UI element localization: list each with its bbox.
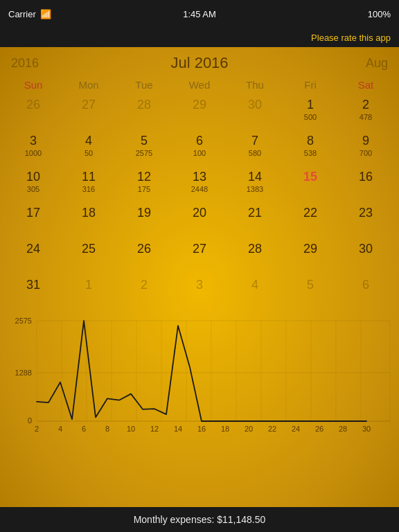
prev-month-label[interactable]: 2016 xyxy=(11,56,39,71)
calendar-cell[interactable]: 17 xyxy=(6,203,61,239)
day-number: 29 xyxy=(193,97,206,113)
expense-chart: 2575 1288 0 2 4 6 8 xyxy=(6,314,393,438)
day-header-tue: Tue xyxy=(116,76,172,94)
day-number: 18 xyxy=(82,205,96,221)
day-number: 26 xyxy=(26,97,40,113)
day-number: 27 xyxy=(82,97,96,113)
day-number: 23 xyxy=(359,205,373,221)
calendar-cell[interactable]: 30 xyxy=(338,239,393,275)
day-number: 22 xyxy=(303,205,317,221)
day-amount: 2448 xyxy=(191,185,208,194)
day-number: 8 xyxy=(307,133,314,149)
day-number: 3 xyxy=(196,277,203,293)
day-number: 30 xyxy=(248,97,262,113)
day-header-sun: Sun xyxy=(6,76,61,94)
calendar-cell[interactable]: 21 xyxy=(227,203,283,239)
calendar-cell[interactable]: 31 xyxy=(6,275,61,311)
calendar-cell[interactable]: 52575 xyxy=(116,131,172,167)
day-number: 6 xyxy=(196,133,203,149)
day-number: 9 xyxy=(362,133,369,149)
day-number: 17 xyxy=(26,205,40,221)
calendar-cell[interactable]: 9700 xyxy=(338,131,393,167)
calendar-cell[interactable]: 132448 xyxy=(172,167,227,203)
day-header-fri: Fri xyxy=(283,76,338,94)
calendar-cell[interactable]: 1500 xyxy=(283,95,338,131)
svg-text:12: 12 xyxy=(150,425,159,433)
day-number: 21 xyxy=(248,205,262,221)
calendar-cell[interactable]: 23 xyxy=(338,203,393,239)
calendar-cell[interactable]: 20 xyxy=(172,203,227,239)
calendar-cell[interactable]: 2478 xyxy=(338,95,393,131)
calendar-cell[interactable]: 7580 xyxy=(227,131,283,167)
calendar-cell[interactable]: 28 xyxy=(227,239,283,275)
calendar-cell[interactable]: 2 xyxy=(116,275,172,311)
svg-text:20: 20 xyxy=(245,425,253,433)
day-number: 31 xyxy=(26,277,40,293)
svg-text:10: 10 xyxy=(127,425,135,433)
calendar-cell[interactable]: 8538 xyxy=(283,131,338,167)
calendar-cell[interactable]: 25 xyxy=(61,239,116,275)
svg-text:28: 28 xyxy=(339,425,347,433)
calendar-cell[interactable]: 31000 xyxy=(6,131,61,167)
calendar-cell[interactable]: 1 xyxy=(61,275,116,311)
day-amount: 316 xyxy=(82,185,95,194)
calendar-cell[interactable]: 4 xyxy=(227,275,283,311)
day-header-thu: Thu xyxy=(227,76,283,94)
calendar-cell[interactable]: 27 xyxy=(61,95,116,131)
calendar-cell[interactable]: 26 xyxy=(6,95,61,131)
svg-text:1288: 1288 xyxy=(15,369,32,377)
day-number: 5 xyxy=(307,277,314,293)
calendar-cell[interactable]: 16 xyxy=(338,167,393,203)
day-number: 2 xyxy=(141,277,148,293)
day-number: 28 xyxy=(137,97,151,113)
calendar-cell[interactable]: 29 xyxy=(172,95,227,131)
calendar-cell[interactable]: 22 xyxy=(283,203,338,239)
calendar-cell[interactable]: 30 xyxy=(227,95,283,131)
chart-area: 2575 1288 0 2 4 6 8 xyxy=(6,314,393,438)
day-amount: 478 xyxy=(360,113,372,122)
day-number: 1 xyxy=(307,97,314,113)
calendar-cell[interactable]: 10305 xyxy=(6,167,61,203)
calendar-cell[interactable]: 27 xyxy=(172,239,227,275)
day-amount: 305 xyxy=(27,185,39,194)
day-amount: 1383 xyxy=(247,185,263,194)
calendar-cell[interactable]: 15 xyxy=(283,167,338,203)
rate-text[interactable]: Please rate this app xyxy=(311,33,391,43)
day-number: 5 xyxy=(141,133,148,149)
svg-text:2: 2 xyxy=(35,425,39,433)
calendar-cell[interactable]: 29 xyxy=(283,239,338,275)
svg-text:18: 18 xyxy=(221,425,229,433)
calendar-cell[interactable]: 5 xyxy=(283,275,338,311)
day-amount: 538 xyxy=(304,149,317,158)
calendar-cell[interactable]: 18 xyxy=(61,203,116,239)
day-number: 13 xyxy=(193,169,206,185)
day-amount: 580 xyxy=(249,149,261,158)
day-number: 10 xyxy=(26,169,40,185)
day-number: 11 xyxy=(82,169,96,185)
day-header-wed: Wed xyxy=(172,76,227,94)
calendar-cell[interactable]: 24 xyxy=(6,239,61,275)
day-amount: 500 xyxy=(304,113,317,122)
svg-text:0: 0 xyxy=(28,416,32,425)
wifi-icon: 📶 xyxy=(40,9,51,19)
calendar-cell[interactable]: 11316 xyxy=(61,167,116,203)
calendar-cell[interactable]: 6 xyxy=(338,275,393,311)
monthly-expenses-label: Monthly expenses: $11,148.50 xyxy=(134,514,266,525)
calendar-cell[interactable]: 28 xyxy=(116,95,172,131)
calendar-cell[interactable]: 450 xyxy=(61,131,116,167)
day-amount: 1000 xyxy=(25,149,42,158)
day-headers: Sun Mon Tue Wed Thu Fri Sat xyxy=(6,76,393,94)
calendar-cell[interactable]: 12175 xyxy=(116,167,172,203)
day-number: 26 xyxy=(137,241,151,257)
calendar-cell[interactable]: 141383 xyxy=(227,167,283,203)
calendar-cell[interactable]: 19 xyxy=(116,203,172,239)
next-month-label[interactable]: Aug xyxy=(366,56,388,71)
calendar-cell[interactable]: 6100 xyxy=(172,131,227,167)
status-bar: Carrier 📶 1:45 AM 100% xyxy=(0,0,399,28)
rate-banner[interactable]: Please rate this app xyxy=(0,28,399,47)
day-number: 7 xyxy=(251,133,258,149)
day-header-sat: Sat xyxy=(338,76,393,94)
calendar-cell[interactable]: 3 xyxy=(172,275,227,311)
status-time: 1:45 AM xyxy=(183,9,216,19)
calendar-cell[interactable]: 26 xyxy=(116,239,172,275)
